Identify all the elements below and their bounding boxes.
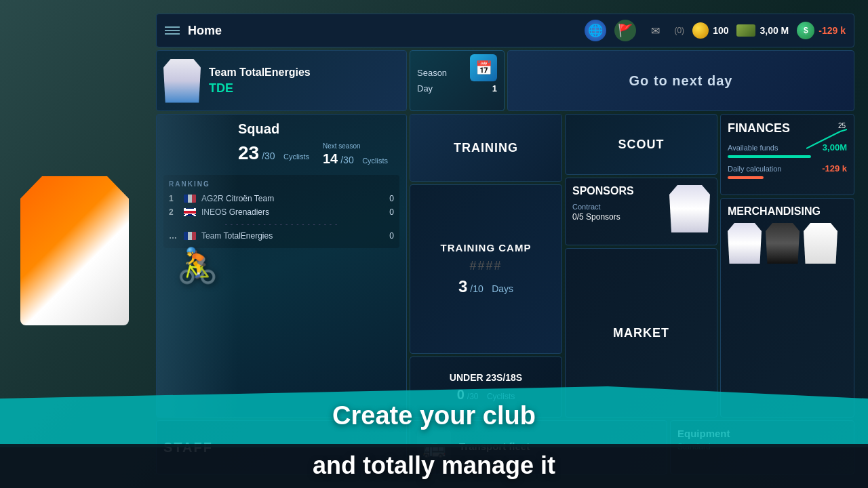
scout-label: SCOUT xyxy=(618,138,665,152)
globe-icon[interactable]: 🌐 xyxy=(585,20,606,41)
fm-column: FINANCES 25 Available funds 3,00M Daily … xyxy=(720,114,854,418)
training-camp-label: TRAINING CAMP xyxy=(441,242,532,253)
market-label: MARKET xyxy=(613,326,669,340)
team-abbreviation: TDE xyxy=(209,81,399,96)
camp-max-days: /10 xyxy=(470,283,483,294)
sponsors-unit: Sponsors xyxy=(586,212,620,222)
score-player: 0 xyxy=(389,231,394,241)
finances-bar-negative xyxy=(728,176,764,179)
team-name: Team TotalEnergies xyxy=(209,66,399,79)
team-info: Team TotalEnergies TDE xyxy=(209,66,399,96)
dollar-icon: $ xyxy=(797,22,814,39)
bottom-banner: Create your club and totally manage it xyxy=(0,380,868,488)
calendar-icon: 📅 xyxy=(470,54,497,81)
finances-bar-positive xyxy=(728,155,811,158)
svg-text:25: 25 xyxy=(838,122,846,129)
mail-icon[interactable]: ✉ xyxy=(644,20,666,41)
coins-display: 100 xyxy=(692,22,728,39)
training-label: TRAINING xyxy=(454,141,518,155)
sponsors-card[interactable]: SPONSORS Contract 0/5 Sponsors xyxy=(565,178,717,245)
camp-days-unit: Days xyxy=(492,283,513,294)
squad-next-num: 14 xyxy=(323,151,338,167)
finances-chart: 25 xyxy=(806,121,847,155)
score-1: 0 xyxy=(389,194,394,203)
finances-daily-row: Daily calculation -129 k xyxy=(728,163,847,174)
next-day-button[interactable]: Go to next day xyxy=(507,50,854,111)
training-card[interactable]: TRAINING xyxy=(410,114,562,182)
scout-card[interactable]: SCOUT xyxy=(565,114,717,175)
squad-max: /30 xyxy=(262,150,275,161)
day-value: 1 xyxy=(492,83,497,94)
squad-current-num: 23 xyxy=(238,142,259,164)
budget-value: 3,00 M xyxy=(760,25,789,36)
season-card: 📅 Season 1 Day 1 xyxy=(410,50,505,111)
squad-unit: Cyclists xyxy=(283,152,309,161)
next-day-label: Go to next day xyxy=(629,73,733,89)
sponsors-label: SPONSORS xyxy=(572,185,663,197)
banner-text-line2: and totally manage it xyxy=(313,451,555,480)
training-camp-card[interactable]: TRAINING CAMP #### 3 /10 Days xyxy=(410,184,562,354)
score-2: 0 xyxy=(389,207,394,217)
merch-jerseys xyxy=(728,223,847,264)
merch-jersey-1 xyxy=(728,223,762,264)
finances-card[interactable]: FINANCES 25 Available funds 3,00M Daily … xyxy=(720,114,854,195)
camp-stars: #### xyxy=(469,259,502,273)
home-title: Home xyxy=(188,24,222,38)
daily-calc-amount: -129 k xyxy=(822,163,847,174)
season-label: Season xyxy=(417,68,447,78)
mail-count: (0) xyxy=(674,26,684,35)
bills-icon xyxy=(736,24,755,37)
sponsors-jersey-icon xyxy=(669,185,710,232)
ssm-column: SCOUT SPONSORS Contract 0/5 Sponsors MAR… xyxy=(565,114,717,418)
daily-calc-value: -129 k xyxy=(818,25,846,36)
squad-next-unit: Cyclists xyxy=(362,157,388,165)
squad-next: Next season 14 /30 Cyclists xyxy=(323,142,388,167)
squad-next-max: /30 xyxy=(340,155,353,165)
coin-icon xyxy=(692,22,709,39)
coins-value: 100 xyxy=(713,25,728,36)
squad-card[interactable]: 🚴 Squad 23 /30 Cyclists Next season 14 /… xyxy=(156,114,407,418)
daily-calc-display: $ -129 k xyxy=(797,22,846,39)
next-season-label: Next season xyxy=(323,142,361,150)
sponsors-current: 0 xyxy=(572,212,577,222)
day-label: Day xyxy=(417,83,433,94)
top-navigation-bar: Home 🌐 🚩 ✉ (0) 100 3,00 M $ -129 k xyxy=(156,14,854,47)
squad-counts: 23 /30 Cyclists Next season 14 /30 Cycli… xyxy=(238,142,399,167)
merch-label: MERCHANDISING xyxy=(728,205,847,218)
cyclist-icon: 🚴 xyxy=(157,115,238,417)
sponsors-count: 0/5 Sponsors xyxy=(572,212,663,222)
camp-days: 3 /10 Days xyxy=(458,277,513,296)
flag-icon[interactable]: 🚩 xyxy=(614,20,636,41)
jersey-decoration xyxy=(20,176,142,366)
squad-title: Squad xyxy=(238,121,399,137)
budget-display: 3,00 M xyxy=(736,24,789,37)
merch-jersey-3 xyxy=(804,223,837,264)
banner-text-line1: Create your club xyxy=(332,401,536,430)
team-jersey-icon xyxy=(163,59,201,103)
menu-button[interactable] xyxy=(165,26,180,35)
available-funds-label: Available funds xyxy=(728,144,778,152)
flag-gb xyxy=(184,208,196,216)
merch-jersey-2 xyxy=(766,223,800,264)
row2: 🚴 Squad 23 /30 Cyclists Next season 14 /… xyxy=(156,114,854,418)
merch-info: MERCHANDISING xyxy=(728,205,847,264)
middle-column: TRAINING TRAINING CAMP #### 3 /10 Days U… xyxy=(410,114,562,418)
daily-calc-label: Daily calculation xyxy=(728,165,781,173)
camp-current-days: 3 xyxy=(458,277,467,296)
sponsors-info: SPONSORS Contract 0/5 Sponsors xyxy=(572,185,663,222)
sponsors-contract-label: Contract xyxy=(572,203,663,211)
row1: Team TotalEnergies TDE 📅 Season 1 Day 1 … xyxy=(156,50,854,111)
squad-current: 23 /30 Cyclists xyxy=(238,142,309,164)
day-row: Day 1 xyxy=(410,81,504,96)
team-card[interactable]: Team TotalEnergies TDE xyxy=(156,50,407,111)
